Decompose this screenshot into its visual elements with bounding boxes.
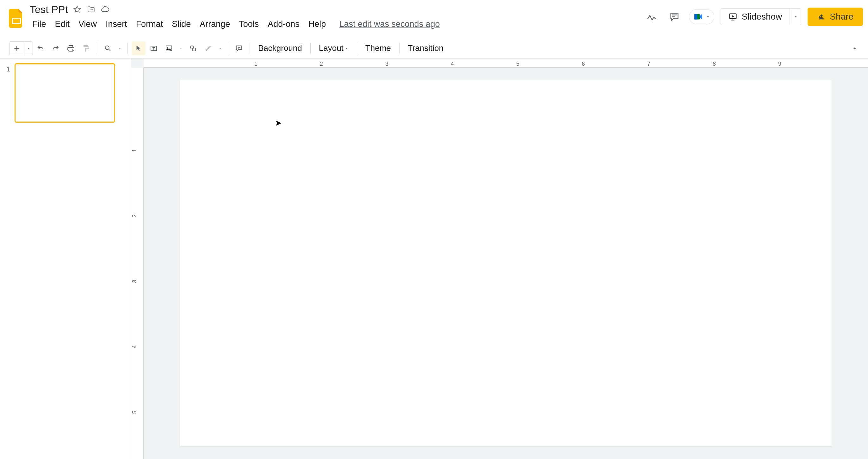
app-logo[interactable] (5, 3, 28, 28)
canvas-area: 1 2 3 4 5 6 7 8 9 1 2 3 4 5 ➤ (131, 59, 868, 459)
ruler-mark: 5 (131, 411, 138, 414)
background-button[interactable]: Background (253, 41, 307, 55)
star-icon[interactable] (72, 5, 82, 14)
theme-button[interactable]: Theme (360, 41, 396, 55)
cloud-status-icon[interactable] (100, 5, 110, 14)
horizontal-ruler[interactable]: 1 2 3 4 5 6 7 8 9 (144, 59, 868, 68)
slideshow-label: Slideshow (742, 12, 782, 22)
ruler-mark: 2 (320, 61, 323, 67)
image-dropdown[interactable] (177, 41, 185, 55)
layout-button[interactable]: Layout (314, 41, 354, 55)
title-row: Test PPt (28, 3, 643, 17)
menu-arrange[interactable]: Arrange (195, 18, 235, 31)
ruler-mark: 5 (516, 61, 519, 67)
comment-tool[interactable] (232, 41, 246, 55)
menu-insert[interactable]: Insert (101, 18, 132, 31)
ruler-mark: 8 (713, 61, 716, 67)
workspace: 1 1 2 3 4 5 6 7 8 9 1 2 3 4 5 ➤ (0, 59, 868, 459)
canvas-wrap: ➤ (144, 68, 868, 459)
layout-label: Layout (319, 43, 344, 53)
menu-slide[interactable]: Slide (167, 18, 195, 31)
slide-thumbnail[interactable] (14, 63, 115, 123)
textbox-tool[interactable] (147, 41, 161, 55)
toolbar-separator (357, 43, 357, 54)
slide-number: 1 (6, 63, 10, 73)
cursor-icon: ➤ (275, 118, 282, 128)
zoom-button[interactable] (101, 41, 115, 55)
menu-help[interactable]: Help (304, 18, 331, 31)
menu-bar: File Edit View Insert Format Slide Arran… (28, 17, 643, 32)
menu-format[interactable]: Format (132, 18, 168, 31)
redo-button[interactable] (49, 41, 63, 55)
undo-button[interactable] (34, 41, 48, 55)
menu-edit[interactable]: Edit (51, 18, 74, 31)
zoom-dropdown[interactable] (116, 41, 124, 55)
title-block: Test PPt File Edit View Insert Format Sl… (28, 3, 643, 32)
ruler-mark: 2 (131, 214, 138, 218)
image-tool[interactable] (162, 41, 176, 55)
ruler-mark: 9 (778, 61, 781, 67)
ruler-mark: 3 (385, 61, 389, 67)
header: Test PPt File Edit View Insert Format Sl… (0, 0, 868, 38)
toolbar-separator (250, 43, 250, 54)
toolbar-separator (399, 43, 400, 54)
share-button[interactable]: Share (808, 8, 863, 26)
line-tool[interactable] (201, 41, 215, 55)
menu-tools[interactable]: Tools (235, 18, 263, 31)
slideshow-dropdown[interactable] (790, 8, 801, 25)
new-slide-dropdown[interactable] (24, 42, 33, 55)
activity-icon[interactable] (643, 8, 660, 25)
vertical-ruler[interactable]: 1 2 3 4 5 (131, 68, 144, 459)
menu-file[interactable]: File (28, 18, 51, 31)
document-title[interactable]: Test PPt (30, 4, 68, 15)
toolbar-separator (127, 43, 128, 54)
toolbar-separator (97, 43, 97, 54)
svg-rect-1 (13, 19, 20, 23)
print-button[interactable] (64, 41, 78, 55)
paint-format-button[interactable] (79, 41, 93, 55)
svg-rect-3 (694, 14, 697, 20)
ruler-mark: 3 (131, 280, 138, 283)
toolbar: Background Layout Theme Transition (0, 38, 868, 59)
svg-point-10 (167, 47, 168, 48)
header-actions: Slideshow Share (643, 3, 863, 26)
slide-canvas[interactable]: ➤ (180, 80, 832, 446)
hide-menus-button[interactable] (851, 44, 859, 52)
ruler-mark: 4 (131, 345, 138, 348)
new-slide-button (9, 41, 33, 55)
svg-rect-6 (819, 16, 820, 18)
svg-point-7 (105, 46, 109, 50)
filmstrip[interactable]: 1 (0, 59, 131, 459)
slideshow-button[interactable]: Slideshow (721, 8, 790, 25)
share-label: Share (830, 12, 854, 22)
toolbar-separator (310, 43, 311, 54)
toolbar-separator (228, 43, 228, 54)
ruler-mark: 1 (131, 149, 138, 152)
ruler-mark: 4 (451, 61, 454, 67)
slide-thumbnail-wrap: 1 (6, 63, 124, 123)
ruler-mark: 6 (582, 61, 585, 67)
ruler-mark: 1 (254, 61, 257, 67)
line-dropdown[interactable] (216, 41, 224, 55)
meet-button[interactable] (689, 9, 714, 24)
menu-view[interactable]: View (74, 18, 101, 31)
ruler-mark: 7 (647, 61, 650, 67)
last-edit-link[interactable]: Last edit was seconds ago (339, 19, 440, 29)
menu-addons[interactable]: Add-ons (263, 18, 304, 31)
select-tool[interactable] (132, 41, 146, 55)
new-slide-main[interactable] (10, 44, 24, 53)
comments-icon[interactable] (666, 8, 683, 25)
shape-tool[interactable] (186, 41, 200, 55)
slideshow-group: Slideshow (721, 8, 802, 25)
svg-point-11 (190, 46, 194, 49)
move-icon[interactable] (86, 5, 96, 14)
transition-button[interactable]: Transition (403, 41, 448, 55)
